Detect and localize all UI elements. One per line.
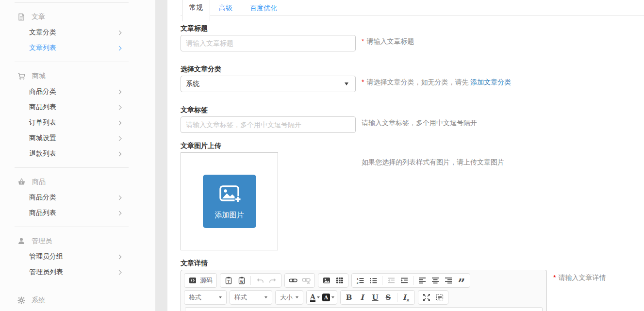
source-code-icon[interactable] — [187, 275, 198, 286]
sidebar-item-mall-refund-list[interactable]: 退款列表 — [15, 146, 129, 162]
add-image-button[interactable]: 添加图片 — [203, 175, 256, 228]
panel-gutter — [155, 0, 167, 311]
sidebar-header-label: 商品 — [32, 178, 46, 186]
sidebar-header-article[interactable]: 文章 — [15, 9, 129, 25]
sidebar-item-system-basic-info[interactable]: 基本信息 — [15, 308, 129, 311]
toolbar-separator — [413, 276, 413, 285]
show-blocks-icon[interactable] — [434, 292, 446, 303]
required-asterisk: * — [362, 37, 364, 45]
sidebar-item-mall-product-category[interactable]: 商品分类 — [15, 84, 129, 99]
sidebar-header-system[interactable]: 系统 — [15, 293, 129, 308]
sidebar-item-mall-order-list[interactable]: 订单列表 — [15, 115, 129, 131]
svg-text:1: 1 — [357, 278, 359, 280]
title-input[interactable] — [181, 35, 356, 51]
sidebar-divider — [15, 167, 129, 168]
maximize-icon[interactable] — [421, 292, 432, 303]
category-select[interactable]: 系统 — [181, 76, 356, 92]
sidebar-header-goods[interactable]: 商品 — [15, 174, 129, 190]
align-right-icon[interactable] — [443, 275, 454, 286]
remove-format-icon[interactable]: I× — [400, 292, 412, 303]
color-group: A A — [306, 290, 337, 305]
source-code-button[interactable]: 源码 — [200, 276, 214, 285]
strikethrough-icon[interactable]: S — [382, 292, 394, 303]
mall-icon — [17, 72, 26, 80]
tags-input[interactable] — [181, 116, 356, 133]
sidebar-header-admin[interactable]: 管理员 — [15, 233, 129, 249]
add-category-link[interactable]: 添加文章分类 — [470, 78, 511, 86]
sidebar-item-mall-product-list[interactable]: 商品列表 — [15, 99, 129, 115]
italic-icon[interactable]: I — [356, 292, 368, 303]
sidebar-header-label: 管理员 — [32, 237, 52, 246]
chevron-right-icon — [117, 46, 122, 50]
bulleted-list-icon[interactable] — [367, 275, 379, 286]
indent-icon[interactable] — [398, 275, 410, 286]
chevron-right-icon — [117, 151, 122, 156]
toolbar-separator — [397, 293, 397, 302]
image-upload-dropzone: 添加图片 — [181, 152, 278, 250]
blockquote-icon[interactable]: ” — [456, 275, 467, 286]
insert-table-icon[interactable] — [334, 275, 346, 286]
sidebar-item-goods-category[interactable]: 商品分类 — [15, 190, 129, 205]
tab-bar: 常规 高级 百度优化 — [181, 0, 644, 16]
title-hint: *请输入文章标题 — [362, 24, 414, 51]
svg-text:2: 2 — [357, 281, 359, 284]
sidebar-item-article-category[interactable]: 文章分类 — [15, 25, 129, 40]
sidebar-divider — [15, 2, 129, 3]
align-left-icon[interactable] — [416, 275, 428, 286]
toolbar-separator — [250, 276, 251, 285]
caret-down-icon — [317, 296, 320, 298]
category-select-value: 系统 — [186, 80, 199, 88]
select-caret-icon — [345, 82, 348, 85]
editor-content-area[interactable] — [185, 307, 543, 311]
form-row-content: 文章详情 源码 T — [181, 259, 644, 311]
chevron-right-icon — [117, 136, 122, 141]
form-row-category: 选择文章分类 系统 *请选择文章分类，如无分类，请先 添加文章分类 — [181, 65, 644, 92]
redo-icon[interactable] — [267, 275, 279, 286]
tools-group — [418, 290, 448, 305]
paragraph-group: 12 — [351, 273, 470, 288]
text-color-icon[interactable]: A — [309, 292, 321, 303]
underline-icon[interactable]: U — [369, 292, 381, 303]
numbered-list-icon[interactable]: 12 — [354, 275, 366, 286]
background-color-icon[interactable]: A — [322, 292, 334, 303]
sidebar-item-admin-list[interactable]: 管理员列表 — [15, 264, 129, 280]
chevron-right-icon — [117, 89, 122, 94]
unlink-icon[interactable] — [300, 275, 312, 286]
sidebar-header-mall[interactable]: 商城 — [15, 68, 129, 84]
paste-text-icon[interactable]: T — [223, 275, 234, 286]
style-dropdown[interactable]: 样式 — [230, 290, 272, 305]
paste-word-icon[interactable]: W — [236, 275, 248, 286]
system-gear-icon — [17, 296, 25, 304]
sidebar-item-goods-list[interactable]: 商品列表 — [15, 205, 129, 221]
image-label: 文章图片上传 — [181, 142, 362, 149]
bold-icon[interactable]: B — [343, 292, 355, 303]
chevron-right-icon — [117, 105, 122, 110]
align-center-icon[interactable] — [429, 275, 441, 286]
undo-icon[interactable] — [254, 275, 265, 286]
required-asterisk: * — [553, 274, 556, 281]
article-form: 文章标题 *请输入文章标题 选择文章分类 系统 *请选择文章分类，如无分类，请先… — [181, 16, 644, 311]
tab-general[interactable]: 常规 — [182, 0, 210, 21]
sidebar-section-goods: 商品 商品分类 商品列表 — [15, 174, 129, 227]
sidebar-section-system: 系统 基本信息 — [15, 293, 129, 311]
sidebar-item-article-list[interactable]: 文章列表 — [15, 40, 129, 56]
insert-image-icon[interactable] — [321, 275, 332, 286]
caret-down-icon — [219, 296, 222, 298]
toolbar-separator — [382, 276, 382, 285]
outdent-icon[interactable] — [385, 275, 397, 286]
link-icon[interactable] — [287, 275, 299, 286]
rich-text-editor: 源码 T W — [181, 270, 547, 311]
image-hint: 如果您选择的列表样式有图片，请上传文章图片 — [362, 142, 504, 250]
admin-icon — [17, 237, 25, 245]
sidebar-divider — [15, 62, 129, 62]
format-dropdown[interactable]: 格式 — [184, 290, 227, 305]
sidebar-item-mall-settings[interactable]: 商城设置 — [15, 131, 129, 146]
sidebar-item-admin-group[interactable]: 管理员分组 — [15, 249, 129, 264]
tab-advanced[interactable]: 高级 — [210, 0, 241, 16]
caret-down-icon — [264, 296, 267, 298]
category-label: 选择文章分类 — [181, 65, 362, 73]
tab-baidu-seo[interactable]: 百度优化 — [241, 0, 286, 16]
font-size-dropdown[interactable]: 大小 — [275, 290, 303, 305]
tags-hint: 请输入文章标签，多个用中文逗号隔开 — [362, 106, 477, 133]
svg-text:T: T — [228, 279, 230, 284]
